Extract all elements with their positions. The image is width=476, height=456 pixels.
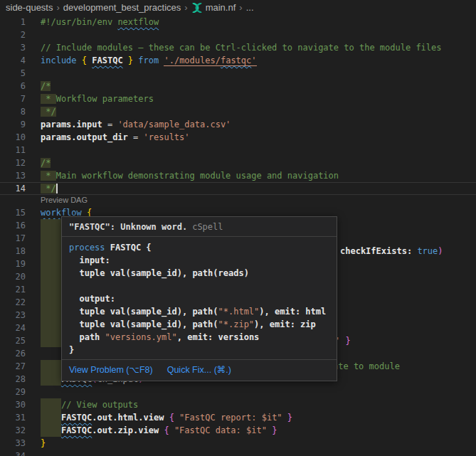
hover-code-line: tuple val(sample_id), path(reads) <box>69 267 331 280</box>
line-number: 23 <box>0 309 26 322</box>
line-number: 10 <box>0 131 26 144</box>
code-token: , emit: versions <box>177 332 260 342</box>
code-token: from <box>138 55 164 65</box>
indent-highlight <box>41 232 61 245</box>
code-token: output: <box>69 294 115 304</box>
code-line[interactable]: 10params.output_dir = 'results' <box>0 131 476 144</box>
code-token: Workflow parameters <box>56 94 154 104</box>
code-token: */ <box>41 184 56 193</box>
code-token: * <box>41 171 56 181</box>
code-line[interactable]: 31 FASTQC.out.html.view { "FastQC report… <box>0 411 476 424</box>
code-line[interactable]: 33} <box>0 437 476 450</box>
code-token <box>41 400 61 410</box>
code-token: tuple val(sample_id), path( <box>69 319 218 329</box>
vscode-editor-window: side-quests › development_best_practices… <box>0 0 476 456</box>
chevron-right-icon: › <box>56 1 59 14</box>
text-cursor <box>56 184 58 193</box>
code-token: nextflow <box>117 17 159 27</box>
breadcrumb-item-file[interactable]: main.nf <box>206 1 236 14</box>
line-number: 30 <box>0 398 26 411</box>
line-number: 14 <box>0 182 26 195</box>
hover-actions: View Problem (⌥F8) Quick Fix... (⌘.) <box>62 359 337 381</box>
code-token: checkIfExists: <box>340 246 417 256</box>
line-number: 33 <box>0 437 26 450</box>
code-token: "FastQC report: $it" <box>179 413 282 423</box>
code-line[interactable]: 8 */ <box>0 105 476 118</box>
code-token: 'data/sample_data.csv' <box>117 120 231 129</box>
indent-highlight <box>41 283 61 296</box>
line-number: 4 <box>0 54 26 67</box>
code-line[interactable]: 32 FASTQC.out.zip.view { "FastQC data: $… <box>0 424 476 437</box>
line-number: 17 <box>0 232 26 245</box>
code-token: * <box>41 94 56 104</box>
line-number: 22 <box>0 296 26 309</box>
codelens-row: Preview DAG <box>0 195 476 206</box>
clipped-code-fragment: ' } <box>335 334 351 347</box>
code-token: } <box>69 345 74 355</box>
hover-code-line <box>69 280 331 292</box>
code-token: path <box>69 332 105 342</box>
code-token <box>41 425 61 435</box>
line-number: 9 <box>0 118 26 131</box>
code-line[interactable]: 3// Include modules — these can be Ctrl-… <box>0 41 476 54</box>
code-token: include <box>41 55 82 65</box>
line-number: 32 <box>0 424 26 437</box>
code-line[interactable]: 14 */ <box>0 182 476 195</box>
line-number: 5 <box>0 67 26 80</box>
code-line[interactable]: 6/* <box>0 80 476 92</box>
line-number: 13 <box>0 169 26 182</box>
code-line[interactable]: 13 * Main workflow demonstrating module … <box>0 169 476 182</box>
breadcrumb-item-subfolder[interactable]: development_best_practices <box>63 1 181 14</box>
code-token: ), emit: html <box>259 307 326 317</box>
code-token: Main workflow demonstrating module usage… <box>56 171 339 181</box>
code-line[interactable]: 12/* <box>0 157 476 169</box>
hover-code-line: tuple val(sample_id), path("*.html"), em… <box>69 305 331 318</box>
indent-highlight <box>41 245 61 258</box>
hover-code-line: tuple val(sample_id), path("*.zip"), emi… <box>69 318 331 331</box>
quick-fix-action[interactable]: Quick Fix... (⌘.) <box>167 364 231 376</box>
code-line[interactable]: 11 <box>0 144 476 157</box>
line-number: 27 <box>0 360 26 373</box>
code-token: ) <box>438 246 443 256</box>
code-token <box>41 413 61 423</box>
line-number: 6 <box>0 80 26 92</box>
code-token: { <box>164 425 174 435</box>
hover-code-line: input: <box>69 254 331 267</box>
code-token: "*.html" <box>218 307 260 317</box>
indent-highlight <box>41 219 61 232</box>
line-number: 29 <box>0 386 26 398</box>
breadcrumb-item-folder[interactable]: side-quests <box>6 1 53 14</box>
line-number: 3 <box>0 41 26 54</box>
indent-highlight <box>41 360 61 373</box>
line-number: 26 <box>0 347 26 360</box>
code-token: ' <box>251 55 256 66</box>
clipped-code-fragment: checkIfExists: true) <box>340 245 443 258</box>
code-token <box>69 281 74 291</box>
code-line[interactable]: 5 <box>0 67 476 80</box>
code-line[interactable]: 30 // View outputs <box>0 398 476 411</box>
line-number: 24 <box>0 322 26 334</box>
indent-highlight <box>41 309 61 322</box>
code-token: } <box>345 336 350 346</box>
code-token: ), emit: zip <box>254 319 316 329</box>
breadcrumb-symbol-ellipsis[interactable]: ... <box>246 1 254 14</box>
view-problem-action[interactable]: View Problem (⌥F8) <box>69 364 153 376</box>
diagnostic-message: "FASTQC": Unknown word. <box>69 222 187 232</box>
code-token: /* <box>41 81 51 91</box>
code-token: FASTQC <box>61 425 92 435</box>
code-token: ate to module <box>333 361 400 371</box>
code-line[interactable]: 29 <box>0 386 476 398</box>
code-line[interactable]: 2 <box>0 28 476 41</box>
code-line[interactable]: 34 <box>0 450 476 456</box>
codelens-preview-dag[interactable]: Preview DAG <box>41 195 88 206</box>
line-number: 15 <box>0 206 26 219</box>
line-number: 18 <box>0 245 26 258</box>
code-token: } <box>282 413 292 423</box>
code-line[interactable]: 9params.input = 'data/sample_data.csv' <box>0 118 476 131</box>
code-token: */ <box>41 107 56 117</box>
code-line[interactable]: 4include { FASTQC } from './modules/fast… <box>0 54 476 67</box>
line-number: 1 <box>0 16 26 28</box>
hover-code-line: process FASTQC { <box>69 241 331 254</box>
code-line[interactable]: 1#!/usr/bin/env nextflow <box>0 16 476 28</box>
code-line[interactable]: 7 * Workflow parameters <box>0 92 476 105</box>
